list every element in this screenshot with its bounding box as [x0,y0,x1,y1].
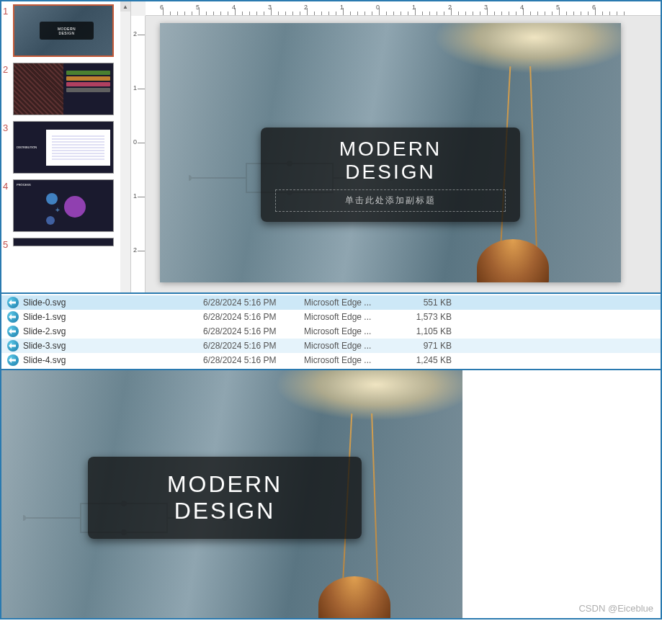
vertical-ruler: 21012 [131,16,146,292]
file-row[interactable]: Slide-0.svg 6/28/2024 5:16 PM Microsoft … [1,295,661,310]
file-name: Slide-0.svg [23,298,203,308]
file-name: Slide-4.svg [23,355,203,365]
svg-preview: MODERNDESIGN CSDN @Eiceblue [0,370,662,620]
file-size: 1,245 KB [408,355,452,365]
edge-file-icon [7,311,19,323]
edge-file-icon [7,326,19,337]
panel-scrollbar[interactable]: ▲ [120,1,130,292]
subtitle-placeholder[interactable]: 单击此处添加副标题 [275,189,506,212]
edge-file-icon [7,297,19,308]
slide-number: 4 [3,179,13,232]
file-row[interactable]: Slide-2.svg 6/28/2024 5:16 PM Microsoft … [1,324,661,339]
slide-preview: MODERNDESIGN [13,4,114,57]
file-size: 1,105 KB [408,326,452,336]
slide-number: 2 [3,63,13,115]
file-type: Microsoft Edge ... [304,312,408,322]
file-size: 551 KB [408,298,452,308]
file-type: Microsoft Edge ... [304,298,408,308]
file-size: 1,573 KB [408,312,452,322]
preview-slide-content: MODERNDESIGN [1,370,462,620]
slide-preview [13,238,114,246]
canvas-area[interactable]: MODERNDESIGN 单击此处添加副标题 [146,16,661,292]
bulb-base-graphic [477,239,549,282]
file-date: 6/28/2024 5:16 PM [203,312,304,322]
slide-thumbnail-5[interactable]: 5 [1,235,130,253]
preview-title: MODERNDESIGN [102,471,347,524]
file-size: 971 KB [408,341,452,351]
slide-preview: PROCESS + [13,179,114,232]
file-name: Slide-2.svg [23,326,203,336]
slide-thumbnail-4[interactable]: 4 PROCESS + [1,176,130,235]
slide-preview: DISTRIBUTION [13,121,114,174]
bulb-filament [529,66,538,268]
slide-number: 1 [3,4,13,57]
slide-thumbnail-2[interactable]: 2 [1,60,130,118]
file-list: Slide-0.svg 6/28/2024 5:16 PM Microsoft … [0,294,662,370]
title-box[interactable]: MODERNDESIGN 单击此处添加副标题 [261,128,520,222]
file-date: 6/28/2024 5:16 PM [203,326,304,336]
slide-title[interactable]: MODERNDESIGN [275,138,506,184]
file-date: 6/28/2024 5:16 PM [203,355,304,365]
file-date: 6/28/2024 5:16 PM [203,341,304,351]
file-row[interactable]: Slide-3.svg 6/28/2024 5:16 PM Microsoft … [1,339,661,353]
slide-preview [13,63,114,115]
scroll-up-icon[interactable]: ▲ [120,1,130,12]
bulb-glow-graphic [434,23,621,73]
svg-point-4 [23,515,26,521]
horizontal-ruler: 6543210123456 [146,1,661,16]
edge-file-icon [7,354,19,366]
edge-file-icon [7,340,19,352]
file-name: Slide-1.svg [23,312,203,322]
main-slide[interactable]: MODERNDESIGN 单击此处添加副标题 [160,23,621,282]
file-row[interactable]: Slide-4.svg 6/28/2024 5:16 PM Microsoft … [1,353,661,367]
editor-main: 6543210123456 21012 [131,1,661,292]
svg-point-0 [189,175,192,181]
file-type: Microsoft Edge ... [304,341,408,351]
file-type: Microsoft Edge ... [304,326,408,336]
watermark-text: CSDN @Eiceblue [578,603,653,614]
powerpoint-editor: 1 MODERNDESIGN 2 3 DISTRIBUTION [0,0,662,294]
slide-thumbnail-3[interactable]: 3 DISTRIBUTION [1,118,130,176]
slide-number: 3 [3,121,13,174]
file-type: Microsoft Edge ... [304,355,408,365]
mini-title-text: MODERNDESIGN [40,22,94,40]
file-row[interactable]: Slide-1.svg 6/28/2024 5:16 PM Microsoft … [1,310,661,324]
slide-thumbnail-panel: 1 MODERNDESIGN 2 3 DISTRIBUTION [1,1,131,292]
slide-thumbnail-1[interactable]: 1 MODERNDESIGN [1,1,130,60]
file-name: Slide-3.svg [23,341,203,351]
slide-number: 5 [3,238,13,250]
file-date: 6/28/2024 5:16 PM [203,298,304,308]
